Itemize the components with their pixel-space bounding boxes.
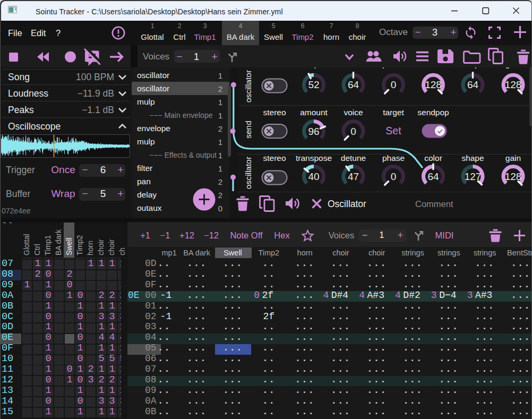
svg-text:Ctrl: Ctrl [33, 244, 41, 255]
svg-text:horn: horn [86, 241, 95, 255]
svg-text:Timp1: Timp1 [44, 235, 52, 255]
svg-text:Swell: Swell [65, 238, 73, 255]
svg-text:Timp2: Timp2 [75, 235, 84, 255]
svg-text:choir: choir [97, 239, 105, 255]
svg-text:ch: ch [118, 247, 126, 255]
svg-text:choir: choir [107, 239, 116, 255]
svg-text:BA dark: BA dark [54, 229, 63, 255]
svg-text:Glottal: Glottal [22, 234, 31, 255]
